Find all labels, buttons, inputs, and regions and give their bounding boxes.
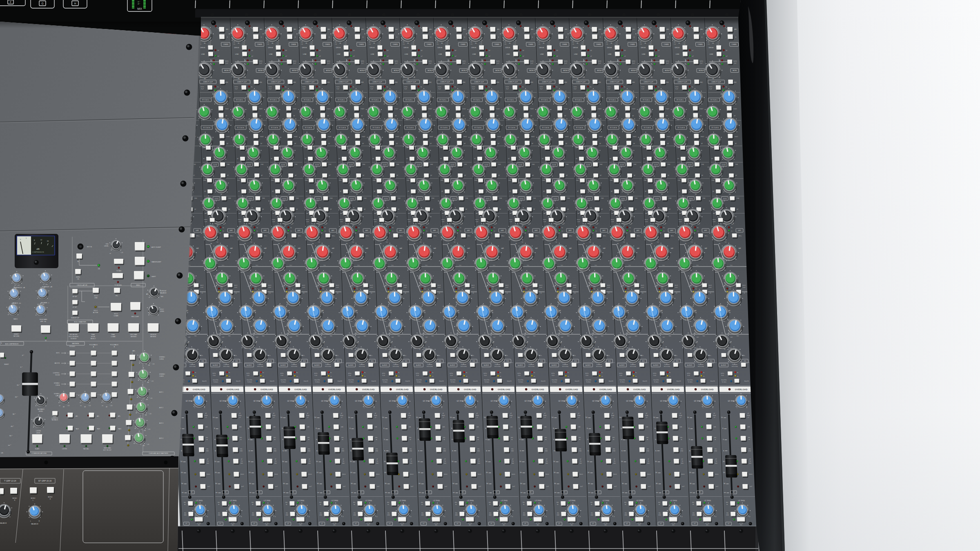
svg-text:oo: oo [80,405,82,407]
svg-text:dB: dB [36,248,39,250]
svg-text:oo: oo [143,398,145,399]
svg-text:ST GRP 15-16: ST GRP 15-16 [38,480,52,482]
svg-text:AFL: AFL [97,415,99,417]
svg-text:IN: IN [45,340,47,342]
svg-text:H: H [74,2,76,5]
svg-text:AUX 3: AUX 3 [159,422,163,424]
svg-text:PEAK: PEAK [111,334,115,335]
svg-text:dB: dB [84,406,86,408]
svg-text:5 *: 5 * [20,366,22,368]
svg-text:oo: oo [102,405,103,407]
svg-text:R: R [14,500,16,501]
svg-text:30 *: 30 * [13,413,16,415]
svg-text:AUX 4: AUX 4 [159,438,163,439]
svg-text:BALANCE: BALANCE [160,292,167,294]
svg-text:20 *: 20 * [15,396,18,398]
svg-text:LEVEL: LEVEL [104,245,109,247]
svg-text:TALK: TALK [118,428,122,430]
svg-text:CONTROL: CONTROL [53,372,60,374]
svg-text:SWITCHED: SWITCHED [104,447,111,449]
svg-text:48 *: 48 * [138,3,140,5]
svg-text:EXT1: EXT1 [56,352,60,354]
svg-text:AUX 2: AUX 2 [159,407,163,409]
svg-text:BALANCE: BALANCE [0,522,7,524]
svg-text:*+10: *+10 [88,405,91,407]
svg-text:DIM CHAN: DIM CHAN [130,334,137,335]
svg-text:*+10: *+10 [147,444,149,445]
svg-text:TALK: TALK [97,428,100,430]
svg-text:AFL: AFL [118,415,120,417]
svg-text:MONO: MONO [48,496,52,498]
svg-text:CLEAR: CLEAR [111,336,116,338]
svg-text:TALKBACK: TALKBACK [37,409,45,410]
svg-text:RED LIGHT: RED LIGHT [131,316,140,318]
svg-text:STEREO: STEREO [159,356,165,358]
svg-text:F: F [10,1,11,4]
svg-text:SOLO: SOLO [94,310,98,311]
svg-text:COMPRESSION: COMPRESSION [32,251,44,253]
svg-text:BALANCE: BALANCE [31,523,38,525]
svg-text:DIM MON: DIM MON [150,334,156,335]
svg-text:*+10: *+10 [147,429,150,430]
svg-text:*+10: *+10 [149,413,151,415]
svg-text:TO BUSES: TO BUSES [114,284,122,286]
svg-text:SHIFT: SHIFT [151,276,156,278]
svg-text:L: L [30,520,31,522]
svg-text:60 120 *185: 60 120 *185 [37,304,44,305]
svg-text:MISC: MISC [136,284,140,286]
svg-text:35 *: 35 * [138,1,140,3]
svg-text:oo: oo [145,380,146,382]
svg-text:LINK: LINK [94,297,98,299]
svg-text:SF SIP: SF SIP [72,296,77,298]
svg-text:400Hz: 400Hz [76,276,80,278]
svg-text:oo: oo [59,405,60,407]
svg-text:dB: dB [148,364,150,366]
svg-text:SOLO: SOLO [94,295,98,297]
svg-text:R: R [50,498,51,500]
svg-text:HPF - Hz: HPF - Hz [40,321,46,322]
svg-text:dB: dB [145,414,147,416]
svg-text:AUTO SLEEP: AUTO SLEEP [151,247,161,248]
svg-text:MODE: MODE [91,336,96,338]
svg-text:AFL: AFL [76,415,78,417]
svg-text:MIX METER: MIX METER [70,334,78,335]
svg-text:*+10: *+10 [149,398,152,399]
svg-text:ON: ON [77,278,79,280]
svg-text:IN: IN [77,261,79,262]
svg-text:4 8 *1.6: 4 8 *1.6 [40,287,45,289]
svg-text:AUX 1: AUX 1 [159,391,163,393]
svg-text:SELECT: SELECT [90,338,96,340]
svg-text:OSCILLATOR: OSCILLATOR [77,284,87,286]
svg-text:WAKE/SLEEP: WAKE/SLEEP [151,261,161,263]
svg-text:dB: dB [147,382,149,383]
svg-text:STEREO: STEREO [54,393,60,395]
svg-text:CUE A: CUE A [56,384,60,386]
svg-text:G: G [41,2,43,5]
svg-text:0* *+20: 0* *+20 [43,284,48,285]
svg-text:RETURN: RETURN [13,335,20,337]
svg-text:STEREO: STEREO [159,373,165,375]
svg-text:TALK ALL: TALK ALL [83,448,89,450]
svg-text:LEVEL: LEVEL [36,432,41,434]
svg-text:MIX: MIX [137,7,142,10]
svg-text:*+10: *+10 [152,363,155,365]
svg-text:oo: oo [148,312,149,313]
svg-text:AFL *: AFL * [146,293,150,295]
svg-text:12: 12 [40,239,42,241]
svg-text:dB: dB [106,406,107,408]
svg-text:STUDIO: STUDIO [69,346,75,347]
svg-text:MAKEUP - dB: MAKEUP - dB [43,286,52,288]
svg-text:LISTEN: LISTEN [36,430,41,432]
svg-text:INSERT: INSERT [4,364,9,365]
svg-text:oo *: oo * [8,444,11,446]
svg-text:CLEAR: CLEAR [114,315,118,317]
svg-text:S: S [1,342,2,344]
svg-text:SOLO: SOLO [114,313,118,315]
svg-text:* MIX: * MIX [160,296,164,298]
svg-text:CUE A: CUE A [159,358,164,360]
svg-text:LEVEL: LEVEL [39,411,43,412]
svg-text:SUBGRP SIP: SUBGRP SIP [71,317,80,319]
svg-text:PEAK: PEAK [91,334,95,335]
svg-text:*+10: *+10 [151,380,154,382]
svg-text:*+10: *+10 [110,405,113,407]
